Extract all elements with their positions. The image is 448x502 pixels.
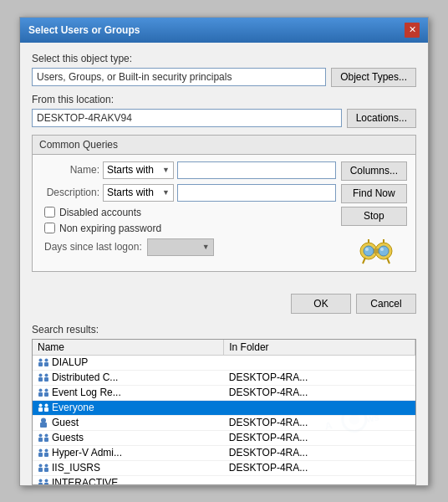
result-folder: DESKTOP-4RA... bbox=[224, 415, 415, 430]
table-row[interactable]: Everyone bbox=[33, 400, 415, 415]
svg-point-22 bbox=[45, 389, 48, 392]
svg-rect-27 bbox=[40, 423, 47, 428]
name-input[interactable] bbox=[177, 161, 336, 179]
search-icon-area bbox=[341, 229, 407, 264]
days-logon-dropdown: ▼ bbox=[147, 238, 214, 256]
svg-point-14 bbox=[45, 359, 48, 362]
svg-point-5 bbox=[364, 246, 374, 256]
disabled-accounts-row: Disabled accounts bbox=[41, 207, 336, 218]
query-buttons: Columns... Find Now Stop bbox=[341, 161, 407, 264]
description-dropdown-arrow: ▼ bbox=[162, 188, 170, 197]
col-name[interactable]: Name bbox=[33, 340, 224, 356]
svg-line-9 bbox=[363, 258, 365, 264]
result-name: Distributed C... bbox=[33, 370, 224, 385]
results-table: Name In Folder DIALUPDistributed C...DES… bbox=[33, 340, 415, 485]
svg-point-8 bbox=[380, 248, 384, 251]
svg-point-30 bbox=[39, 434, 43, 438]
cancel-button[interactable]: Cancel bbox=[356, 294, 416, 314]
description-label: Description: bbox=[41, 187, 99, 198]
svg-point-26 bbox=[45, 404, 48, 407]
table-row[interactable]: DIALUP bbox=[33, 355, 415, 370]
find-now-button[interactable]: Find Now bbox=[341, 184, 407, 203]
result-folder bbox=[224, 355, 415, 370]
table-row[interactable]: GuestsDESKTOP-4RA... bbox=[33, 430, 415, 445]
table-row[interactable]: INTERACTIVE bbox=[33, 475, 415, 485]
result-name: INTERACTIVE bbox=[33, 475, 224, 485]
svg-point-6 bbox=[379, 246, 389, 256]
result-folder: DESKTOP-4RA... bbox=[224, 460, 415, 475]
result-folder bbox=[224, 475, 415, 485]
days-logon-label: Days since last logon: bbox=[44, 241, 142, 253]
svg-point-38 bbox=[39, 464, 43, 468]
svg-rect-25 bbox=[44, 407, 48, 412]
non-expiring-row: Non expiring password bbox=[41, 223, 336, 234]
locations-button[interactable]: Locations... bbox=[347, 109, 416, 128]
svg-point-32 bbox=[45, 434, 48, 438]
svg-rect-15 bbox=[38, 377, 43, 382]
result-name: IIS_IUSRS bbox=[33, 460, 224, 475]
col-folder[interactable]: In Folder bbox=[224, 340, 415, 356]
table-row[interactable]: Hyper-V Admi...DESKTOP-4RA... bbox=[33, 445, 415, 460]
ok-button[interactable]: OK bbox=[291, 294, 351, 314]
svg-point-44 bbox=[45, 479, 48, 483]
name-label: Name: bbox=[41, 164, 99, 176]
object-type-label: Select this object type: bbox=[32, 53, 416, 64]
svg-point-36 bbox=[45, 449, 48, 453]
svg-rect-17 bbox=[44, 377, 48, 382]
name-dropdown-value: Starts with bbox=[107, 164, 154, 176]
svg-rect-23 bbox=[38, 407, 43, 412]
svg-point-24 bbox=[39, 404, 43, 407]
svg-rect-35 bbox=[44, 453, 48, 457]
svg-rect-29 bbox=[38, 438, 43, 442]
result-folder bbox=[224, 400, 415, 415]
result-folder: DESKTOP-4RA... bbox=[224, 445, 415, 460]
results-table-container[interactable]: Name In Folder DIALUPDistributed C...DES… bbox=[32, 339, 416, 485]
location-input[interactable] bbox=[32, 109, 342, 127]
svg-rect-21 bbox=[44, 392, 48, 397]
result-name: Event Log Re... bbox=[33, 385, 224, 400]
table-row[interactable]: Event Log Re...DESKTOP-4RA... bbox=[33, 385, 415, 400]
disabled-accounts-label: Disabled accounts bbox=[59, 207, 141, 218]
result-name: Hyper-V Admi... bbox=[33, 445, 224, 460]
disabled-accounts-checkbox[interactable] bbox=[44, 207, 55, 218]
svg-rect-41 bbox=[38, 483, 43, 484]
result-name: Guests bbox=[33, 430, 224, 445]
table-row[interactable]: IIS_IUSRSDESKTOP-4RA... bbox=[33, 460, 415, 475]
svg-rect-37 bbox=[38, 468, 43, 472]
non-expiring-label: Non expiring password bbox=[59, 223, 161, 234]
svg-rect-43 bbox=[44, 483, 48, 484]
object-type-input[interactable] bbox=[32, 68, 326, 86]
result-folder: DESKTOP-4RA... bbox=[224, 430, 415, 445]
select-users-dialog: Select Users or Groups ✕ Select this obj… bbox=[19, 17, 429, 486]
stop-button[interactable]: Stop bbox=[341, 207, 407, 226]
svg-point-28 bbox=[41, 418, 46, 423]
description-dropdown[interactable]: Starts with ▼ bbox=[103, 184, 174, 202]
result-folder: DESKTOP-4RA... bbox=[224, 385, 415, 400]
table-row[interactable]: Distributed C...DESKTOP-4RA... bbox=[33, 370, 415, 385]
svg-point-7 bbox=[365, 248, 369, 251]
svg-rect-19 bbox=[38, 392, 43, 397]
name-dropdown[interactable]: Starts with ▼ bbox=[103, 161, 174, 179]
non-expiring-checkbox[interactable] bbox=[44, 223, 55, 233]
common-queries-groupbox: Common Queries Name: Starts with ▼ bbox=[32, 135, 416, 272]
title-bar: Select Users or Groups ✕ bbox=[20, 18, 428, 43]
svg-point-40 bbox=[45, 464, 48, 468]
location-label: From this location: bbox=[32, 94, 416, 105]
svg-point-34 bbox=[39, 449, 43, 453]
table-row[interactable]: GuestDESKTOP-4RA... bbox=[33, 415, 415, 430]
search-binoculars-icon bbox=[359, 233, 394, 264]
close-button[interactable]: ✕ bbox=[405, 23, 420, 38]
common-queries-tab[interactable]: Common Queries bbox=[33, 136, 415, 155]
svg-rect-13 bbox=[44, 362, 48, 366]
bottom-buttons: OK Cancel bbox=[20, 289, 428, 324]
description-dropdown-value: Starts with bbox=[107, 187, 154, 198]
description-input[interactable] bbox=[177, 184, 336, 202]
columns-button[interactable]: Columns... bbox=[341, 161, 407, 181]
days-logon-arrow: ▼ bbox=[202, 243, 210, 251]
name-dropdown-arrow: ▼ bbox=[162, 166, 170, 174]
svg-rect-39 bbox=[44, 468, 48, 472]
object-types-button[interactable]: Object Types... bbox=[331, 68, 416, 87]
svg-line-10 bbox=[387, 258, 389, 264]
search-results-label: Search results: bbox=[20, 324, 428, 339]
result-name: Everyone bbox=[33, 400, 224, 415]
